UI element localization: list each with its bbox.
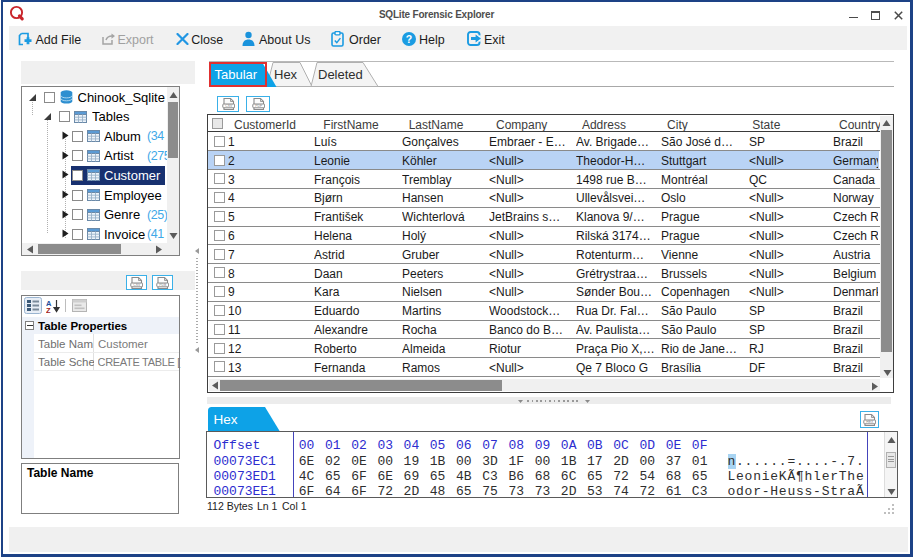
svg-text:CSV: CSV bbox=[225, 104, 233, 108]
svg-text:PDB: PDB bbox=[159, 283, 167, 287]
svg-text:?: ? bbox=[406, 33, 412, 45]
svg-text:HEX: HEX bbox=[866, 420, 874, 424]
svg-text:PDF: PDF bbox=[255, 104, 262, 108]
svg-text:Z: Z bbox=[46, 306, 51, 314]
svg-text:CSV: CSV bbox=[133, 283, 141, 287]
